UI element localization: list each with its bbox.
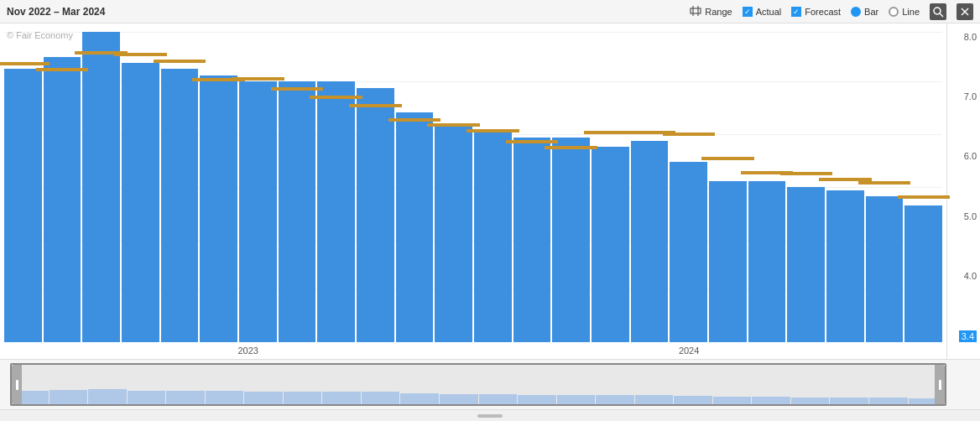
y-axis: 8.07.06.05.04.03.4 [946, 23, 980, 359]
line-radio[interactable]: Line [889, 7, 920, 17]
forecast-line [780, 172, 833, 175]
forecast-line [232, 77, 284, 81]
bar-group [748, 32, 786, 342]
bar-label: Bar [864, 7, 878, 17]
bar-actual [631, 141, 669, 343]
bar-group [317, 32, 355, 342]
mini-bar [10, 391, 49, 406]
forecast-line [271, 87, 324, 91]
forecast-line [506, 140, 559, 143]
line-label: Line [902, 7, 920, 17]
chart-area: © Fair Economy 2023 2024 8.07.06.05.04.0… [0, 23, 980, 421]
bar-group [44, 32, 81, 342]
bar-group [866, 32, 904, 342]
close-button[interactable] [957, 3, 973, 20]
bar-actual [279, 81, 316, 342]
bar-actual [670, 162, 707, 342]
bar-actual [748, 181, 786, 342]
mini-bar [713, 397, 752, 406]
bar-actual [82, 32, 120, 342]
mini-bar [518, 395, 556, 406]
chart-plot: 2023 2024 [0, 23, 946, 359]
mini-bar [674, 396, 712, 406]
y-axis-label: 5.0 [964, 211, 977, 221]
mini-bar [635, 395, 674, 406]
bar-group [239, 32, 277, 342]
bar-group [513, 32, 551, 342]
search-button[interactable] [930, 3, 946, 20]
bar-group [396, 32, 434, 342]
bar-group [552, 32, 590, 342]
bar-group [474, 32, 512, 342]
scrollbar-area[interactable] [0, 359, 980, 409]
bar-group [787, 32, 825, 342]
x-labels: 2023 2024 [4, 342, 942, 359]
bar-group [826, 32, 864, 342]
mini-bar [166, 391, 205, 406]
actual-toggle[interactable]: Actual [743, 7, 782, 17]
forecast-line [310, 96, 362, 99]
bar-actual [122, 63, 159, 342]
actual-label: Actual [756, 7, 782, 17]
bar-actual [826, 190, 864, 342]
mini-bar [322, 392, 361, 406]
bar-actual [592, 147, 629, 342]
x-label-2024: 2024 [679, 346, 699, 356]
bar-radio[interactable]: Bar [851, 7, 878, 17]
bar-actual [709, 181, 747, 342]
bar-group [122, 32, 159, 342]
bar-actual [866, 196, 904, 342]
forecast-line [154, 60, 206, 63]
scroll-indicator [477, 414, 503, 418]
svg-line-4 [940, 13, 943, 17]
mini-bar [830, 398, 868, 406]
chart-container: Nov 2022 – Mar 2024 Range Actual Foreca [0, 0, 980, 421]
mini-bar [596, 395, 634, 406]
forecast-toggle[interactable]: Forecast [791, 7, 841, 17]
bar-group [670, 32, 707, 342]
forecast-label: Forecast [805, 7, 841, 17]
y-axis-label: 8.0 [964, 32, 977, 42]
mini-bar [791, 398, 830, 406]
forecast-line [467, 129, 519, 133]
mini-bar [128, 391, 166, 406]
bar-actual [787, 187, 825, 342]
bar-actual [357, 88, 394, 342]
bar-actual [317, 81, 355, 342]
actual-checkbox [743, 7, 753, 17]
forecast-line [898, 195, 951, 199]
y-axis-label: 6.0 [964, 151, 977, 161]
bars-container [0, 23, 946, 342]
mini-bar [206, 391, 244, 406]
bar-group [631, 32, 669, 342]
y-axis-label: 4.0 [964, 271, 977, 281]
bar-actual [474, 131, 512, 342]
range-label: Range [705, 7, 732, 17]
bar-actual [200, 75, 237, 342]
bar-actual [435, 125, 472, 342]
bar-group [357, 32, 394, 342]
bar-actual [239, 81, 277, 342]
line-radio-icon [889, 7, 899, 17]
svg-point-3 [934, 8, 941, 14]
horizontal-scrollbar[interactable] [0, 409, 980, 421]
bar-actual [904, 205, 942, 342]
forecast-line [0, 62, 50, 65]
chart-body: 2023 2024 8.07.06.05.04.03.4 [0, 23, 980, 359]
mini-bar [244, 392, 283, 406]
forecast-line [114, 53, 167, 56]
mini-bar [50, 390, 88, 406]
bar-group [435, 32, 472, 342]
forecast-line [545, 146, 597, 149]
search-icon [932, 6, 944, 18]
forecast-line [701, 157, 754, 160]
mini-bar [479, 394, 518, 406]
x-label-2023: 2023 [237, 346, 258, 356]
mini-bar [557, 395, 596, 406]
bar-actual [513, 138, 551, 342]
range-toggle[interactable]: Range [690, 5, 732, 18]
range-svg-icon [690, 5, 701, 17]
forecast-line [349, 104, 402, 107]
forecast-line [388, 118, 441, 122]
svg-rect-0 [691, 8, 701, 13]
